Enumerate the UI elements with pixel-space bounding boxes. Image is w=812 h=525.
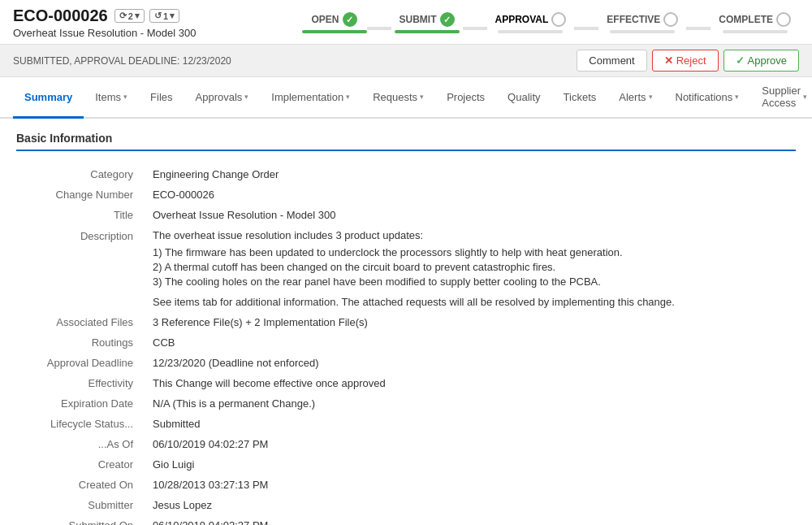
table-row: Submitter Jesus Lopez bbox=[16, 495, 796, 515]
field-label-expiration-date: Expiration Date bbox=[16, 393, 146, 414]
wf-bar-submit bbox=[395, 30, 460, 33]
badge-refresh[interactable]: ↺ 1 ▾ bbox=[149, 9, 179, 23]
field-label-change-number: Change Number bbox=[16, 184, 146, 205]
field-value-expiration-date: N/A (This is a permanent Change.) bbox=[146, 393, 796, 414]
wf-bar-approval bbox=[498, 30, 563, 33]
eco-id-text: ECO-000026 bbox=[13, 7, 108, 25]
wf-bar-effective bbox=[610, 30, 675, 33]
wf-step-complete: COMPLETE bbox=[710, 12, 799, 33]
tab-implementation[interactable]: Implementation ▾ bbox=[260, 77, 361, 119]
table-row: Category Engineering Change Order bbox=[16, 164, 796, 184]
desc-item-1: 1) The firmware has been updated to unde… bbox=[153, 246, 789, 258]
section-title: Basic Information bbox=[16, 132, 796, 151]
chevron-items: ▾ bbox=[123, 93, 127, 101]
tab-supplier-access[interactable]: Supplier Access ▾ bbox=[750, 77, 812, 119]
wf-dash-3 bbox=[574, 27, 598, 30]
action-buttons: Comment ✕ Reject ✓ Approve bbox=[577, 50, 799, 72]
chevron-implementation: ▾ bbox=[346, 93, 350, 101]
wf-dash-1 bbox=[367, 27, 391, 30]
table-row: ...As Of 06/10/2019 04:02:27 PM bbox=[16, 434, 796, 454]
field-value-submitted-on: 06/10/2019 04:02:27 PM bbox=[146, 515, 796, 525]
table-row: Creator Gio Luigi bbox=[16, 454, 796, 475]
field-label-approval-deadline: Approval Deadline bbox=[16, 353, 146, 373]
tab-tickets[interactable]: Tickets bbox=[552, 77, 608, 119]
tab-summary[interactable]: Summary bbox=[13, 77, 84, 119]
top-bar: ECO-000026 ⟳ 2 ▾ ↺ 1 ▾ Overheat Issue Re… bbox=[0, 0, 812, 45]
wf-icon-approval bbox=[551, 12, 566, 27]
tab-requests[interactable]: Requests ▾ bbox=[361, 77, 435, 119]
wf-step-open: OPEN ✓ bbox=[302, 12, 367, 33]
chevron-supplier: ▾ bbox=[803, 93, 807, 101]
wf-label-submit: SUBMIT bbox=[400, 14, 437, 25]
eco-badges: ⟳ 2 ▾ ↺ 1 ▾ bbox=[114, 9, 179, 23]
field-label-lifecycle-status: Lifecycle Status... bbox=[16, 414, 146, 434]
title-area: ECO-000026 ⟳ 2 ▾ ↺ 1 ▾ Overheat Issue Re… bbox=[13, 7, 196, 39]
chevron-down-icon-2: ▾ bbox=[170, 11, 175, 21]
main-content: Basic Information Category Engineering C… bbox=[0, 119, 812, 525]
desc-item-2: 2) A thermal cutoff has been changed on … bbox=[153, 261, 789, 273]
table-row: Approval Deadline 12/23/2020 (Deadline n… bbox=[16, 353, 796, 373]
table-row: Routings CCB bbox=[16, 332, 796, 353]
field-value-effectivity: This Change will become effective once a… bbox=[146, 373, 796, 393]
refresh-icon: ↺ bbox=[154, 11, 162, 21]
tab-approvals[interactable]: Approvals ▾ bbox=[184, 77, 261, 119]
field-label-effectivity: Effectivity bbox=[16, 373, 146, 393]
field-value-approval-deadline: 12/23/2020 (Deadline not enforced) bbox=[146, 353, 796, 373]
table-row: Lifecycle Status... Submitted bbox=[16, 414, 796, 434]
wf-icon-effective bbox=[663, 12, 678, 27]
chevron-requests: ▾ bbox=[420, 93, 424, 101]
eco-subtitle: Overheat Issue Resolution - Model 300 bbox=[13, 27, 196, 39]
reject-button[interactable]: ✕ Reject bbox=[652, 50, 719, 72]
tab-notifications[interactable]: Notifications ▾ bbox=[664, 77, 751, 119]
field-value-category: Engineering Change Order bbox=[146, 164, 796, 184]
wf-label-effective: EFFECTIVE bbox=[607, 14, 660, 25]
chevron-notifications: ▾ bbox=[735, 93, 739, 101]
field-label-as-of: ...As Of bbox=[16, 434, 146, 454]
field-label-title: Title bbox=[16, 205, 146, 225]
field-value-associated-files: 3 Reference File(s) + 2 Implementation F… bbox=[146, 312, 796, 332]
history-icon: ⟳ bbox=[119, 11, 127, 21]
comment-button[interactable]: Comment bbox=[577, 50, 646, 72]
table-row: Submitted On 06/10/2019 04:02:27 PM bbox=[16, 515, 796, 525]
field-value-change-number: ECO-000026 bbox=[146, 184, 796, 205]
wf-step-effective: EFFECTIVE bbox=[598, 12, 686, 33]
workflow: OPEN ✓ SUBMIT ✓ APPROVAL EFF bbox=[302, 9, 799, 37]
table-row: Title Overheat Issue Resolution - Model … bbox=[16, 205, 796, 225]
tab-quality[interactable]: Quality bbox=[496, 77, 551, 119]
wf-dash-4 bbox=[686, 27, 710, 30]
desc-item-3: 3) The cooling holes on the rear panel h… bbox=[153, 276, 789, 288]
tab-items[interactable]: Items ▾ bbox=[84, 77, 139, 119]
tab-alerts[interactable]: Alerts ▾ bbox=[607, 77, 663, 119]
field-label-category: Category bbox=[16, 164, 146, 184]
wf-dash-2 bbox=[463, 27, 487, 30]
table-row: Created On 10/28/2013 03:27:13 PM bbox=[16, 475, 796, 495]
desc-footer: See items tab for additional information… bbox=[153, 296, 789, 308]
badge-history[interactable]: ⟳ 2 ▾ bbox=[114, 9, 145, 23]
desc-list: 1) The firmware has been updated to unde… bbox=[153, 246, 789, 288]
wf-label-open: OPEN bbox=[312, 14, 339, 25]
desc-intro: The overheat issue resolution includes 3… bbox=[153, 229, 789, 241]
field-value-creator: Gio Luigi bbox=[146, 454, 796, 475]
field-label-created-on: Created On bbox=[16, 475, 146, 495]
wf-bar-complete bbox=[723, 30, 788, 33]
approve-button[interactable]: ✓ Approve bbox=[723, 50, 799, 72]
field-value-as-of: 06/10/2019 04:02:27 PM bbox=[146, 434, 796, 454]
field-value-created-on: 10/28/2013 03:27:13 PM bbox=[146, 475, 796, 495]
check-icon: ✓ bbox=[736, 54, 745, 67]
tab-projects[interactable]: Projects bbox=[435, 77, 496, 119]
x-icon: ✕ bbox=[664, 54, 673, 67]
field-label-submitted-on: Submitted On bbox=[16, 515, 146, 525]
wf-icon-submit: ✓ bbox=[440, 12, 455, 27]
eco-id-row: ECO-000026 ⟳ 2 ▾ ↺ 1 ▾ bbox=[13, 7, 196, 25]
field-value-description: The overheat issue resolution includes 3… bbox=[146, 225, 796, 312]
table-row: Effectivity This Change will become effe… bbox=[16, 373, 796, 393]
wf-label-complete: COMPLETE bbox=[719, 14, 773, 25]
field-label-routings: Routings bbox=[16, 332, 146, 353]
chevron-alerts: ▾ bbox=[649, 93, 653, 101]
info-table: Category Engineering Change Order Change… bbox=[16, 164, 796, 525]
field-value-submitter: Jesus Lopez bbox=[146, 495, 796, 515]
wf-step-submit: SUBMIT ✓ bbox=[391, 12, 463, 33]
tab-files[interactable]: Files bbox=[139, 77, 184, 119]
table-row: Description The overheat issue resolutio… bbox=[16, 225, 796, 312]
field-label-associated-files: Associated Files bbox=[16, 312, 146, 332]
